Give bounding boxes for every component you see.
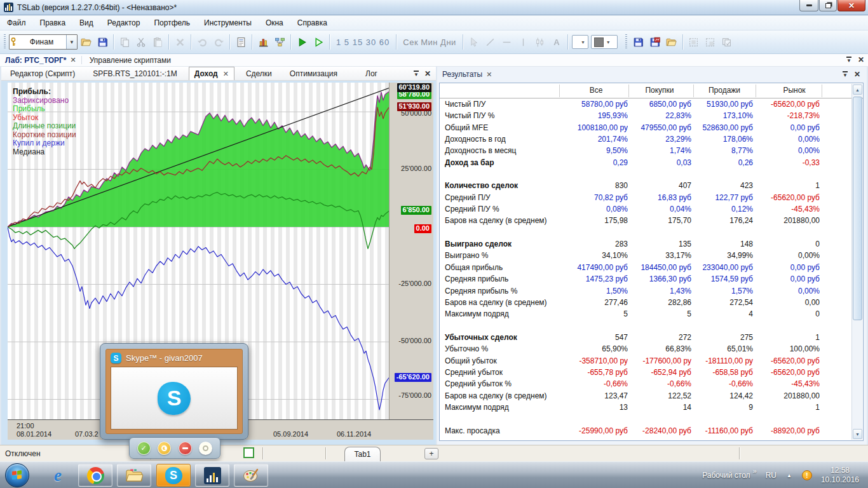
table-row[interactable]: Общий убыток-358710,00 ру-177600,00 ру-1…	[440, 355, 863, 367]
taskbar-ie-button[interactable]: e	[41, 464, 75, 487]
table-row[interactable]: Убыточно %65,90%66,83%65,01%100,00%	[440, 343, 863, 355]
taskbar-paint-button[interactable]	[234, 464, 268, 487]
paste-button[interactable]	[149, 34, 166, 50]
table-row[interactable]: Баров на сделку (в среднем)277,46282,862…	[440, 297, 863, 308]
tab-lab-rts-torg[interactable]: Лаб: РТС_ТОРГ*	[0, 56, 69, 65]
table-row[interactable]: Максимум подряд5540	[440, 308, 863, 320]
tab-income-active[interactable]: Доход✕	[189, 67, 234, 80]
y-axis[interactable]: 58'780.0060'319.8051'930.0050'000.0025'0…	[389, 83, 433, 419]
start-button[interactable]	[5, 463, 29, 487]
broker-dropdown-arrow[interactable]: ▼	[66, 35, 77, 49]
taskbar-clock[interactable]: 12:58 10.10.2016	[821, 466, 859, 485]
menu-editor[interactable]: Редактор	[100, 17, 147, 29]
panel-close-icon[interactable]: ✕	[424, 69, 431, 78]
taskbar-skype-button[interactable]: S	[156, 464, 191, 487]
chevron-icon[interactable]: »	[753, 467, 757, 475]
save-as-button[interactable]	[647, 34, 663, 50]
tab-script-management[interactable]: Управление скриптами	[82, 56, 179, 65]
table-row[interactable]: Доходность в месяц9,50%1,74%8,77%0,00%	[440, 145, 863, 156]
load-layout-button[interactable]	[663, 34, 680, 50]
tab1-workspace-tab[interactable]: Tab1	[344, 447, 381, 462]
table-row[interactable]: Количество сделок8304074231	[440, 180, 863, 191]
script-scheme-button[interactable]	[271, 34, 288, 50]
table-row[interactable]: Чистый П/У %195,93%22,83%173,10%-218,73%	[440, 110, 863, 121]
scroll-down-icon[interactable]: ▼	[853, 429, 862, 439]
dock-close-icon[interactable]: ✕	[858, 55, 864, 64]
delete-button[interactable]	[172, 34, 188, 50]
toolbar-grip[interactable]	[4, 34, 6, 50]
desktop-toolbar-label[interactable]: Рабочий стол	[702, 471, 750, 480]
tab-results[interactable]: Результаты	[437, 70, 486, 79]
table-row[interactable]: Средний убыток %-0,66%-0,66%-0,66%-45,43…	[440, 378, 863, 390]
scrollbar-thumb[interactable]	[853, 97, 862, 320]
results-scrollbar[interactable]: ▲ ▼	[851, 84, 862, 440]
tab-close-icon[interactable]: ✕	[223, 70, 229, 78]
taskbar-explorer-button[interactable]	[117, 464, 151, 487]
menu-file[interactable]: Файл	[0, 17, 33, 29]
tab-symbol[interactable]: SPFB.RTS_120101:-:1M	[84, 68, 186, 79]
table-row[interactable]: Баров на сделку (в среднем)175,98175,701…	[440, 215, 863, 226]
cursor-tool-button[interactable]	[466, 34, 482, 50]
skype-frame[interactable]: S Skype™ - givan2007 S	[100, 343, 248, 440]
results-tab-close-icon[interactable]: ✕	[486, 71, 492, 79]
tab-trades[interactable]: Сделки	[237, 68, 281, 79]
menu-portfolio[interactable]: Портфель	[147, 17, 197, 29]
restore-button[interactable]	[819, 0, 837, 11]
table-row[interactable]: Общая прибыль417490,00 руб184450,00 руб2…	[440, 262, 863, 273]
save-button[interactable]	[94, 34, 111, 50]
table-row[interactable]: Средняя прибыль %1,50%1,43%1,57%0,00%	[440, 285, 863, 297]
table-row[interactable]: Общий MFE1008180,00 ру479550,00 руб52863…	[440, 122, 863, 133]
line-style-dropdown[interactable]: ▼	[572, 35, 588, 49]
chart-view-button[interactable]	[255, 34, 271, 50]
table-row[interactable]: Выиграно сделок2831351480	[440, 238, 863, 250]
show-hidden-icons-button[interactable]: ▲	[787, 473, 792, 478]
hline-tool-button[interactable]	[499, 34, 515, 50]
table-row[interactable]: Выиграно %34,10%33,17%34,99%0,00%	[440, 250, 863, 261]
vline-tool-button[interactable]	[515, 34, 532, 50]
timeframe-buttons[interactable]: Сек Мин Дни	[403, 37, 456, 47]
col-header-buys[interactable]: Покупки	[628, 86, 691, 95]
skype-preview-content[interactable]: S	[111, 367, 238, 430]
col-header-market[interactable]: Рынок	[763, 86, 826, 95]
col-header-sells[interactable]: Продажи	[693, 86, 756, 95]
taskbar-tslab-button[interactable]	[195, 464, 229, 487]
open-button[interactable]	[78, 34, 94, 50]
broker-combobox[interactable]: Финам ▼	[9, 34, 78, 50]
results-close-icon[interactable]: ✕	[854, 70, 860, 79]
cut-button[interactable]	[133, 34, 149, 50]
table-row[interactable]: Средний убыток-655,78 руб-652,94 руб-658…	[440, 367, 863, 378]
action-center-warning-icon[interactable]: !	[802, 470, 812, 480]
table-row[interactable]: Баров на сделку (в среднем)123,47122,521…	[440, 390, 863, 402]
table-row[interactable]: Макс. просадка-25990,00 руб-28240,00 руб…	[440, 425, 863, 437]
line-tool-button[interactable]	[482, 34, 499, 50]
menu-edit[interactable]: Правка	[33, 17, 73, 29]
table-row[interactable]: Средний П/У %0,08%0,04%0,12%-45,43%	[440, 203, 863, 215]
status-dnd-button[interactable]	[179, 442, 192, 455]
minimize-button[interactable]	[799, 0, 818, 11]
select-all-button[interactable]	[686, 34, 702, 50]
save-layout-button[interactable]	[630, 34, 647, 50]
text-tool-button[interactable]: A	[548, 34, 565, 50]
status-online-button[interactable]: ✓	[137, 442, 151, 455]
copy-button[interactable]	[116, 34, 133, 50]
status-away-button[interactable]	[158, 442, 171, 455]
menu-help[interactable]: Справка	[290, 17, 334, 29]
tab-optimization[interactable]: Оптимизация	[281, 68, 346, 79]
table-row[interactable]: Доход за бар0,290,030,26-0,33	[440, 157, 863, 168]
run-button[interactable]	[294, 34, 310, 50]
scroll-up-icon[interactable]: ▲	[853, 85, 862, 95]
select-region-button[interactable]	[702, 34, 719, 50]
toolbar-grip-2[interactable]	[625, 34, 627, 50]
properties-button[interactable]	[233, 34, 249, 50]
close-button[interactable]: ✕	[837, 0, 865, 11]
table-row[interactable]: Чистый П/У58780,00 руб6850,00 руб51930,0…	[440, 98, 863, 110]
menu-tools[interactable]: Инструменты	[197, 17, 259, 29]
language-indicator[interactable]: RU	[766, 471, 776, 480]
color-dropdown[interactable]: ▼	[591, 35, 618, 49]
bar-period-buttons[interactable]: 1 5 15 30 60	[336, 37, 390, 47]
redo-button[interactable]	[210, 34, 227, 50]
dock-menu-icon[interactable]: ▼	[846, 57, 851, 64]
undo-button[interactable]	[194, 34, 210, 50]
run-step-button[interactable]	[310, 34, 327, 50]
table-row[interactable]: Максимум подряд131491	[440, 402, 863, 413]
